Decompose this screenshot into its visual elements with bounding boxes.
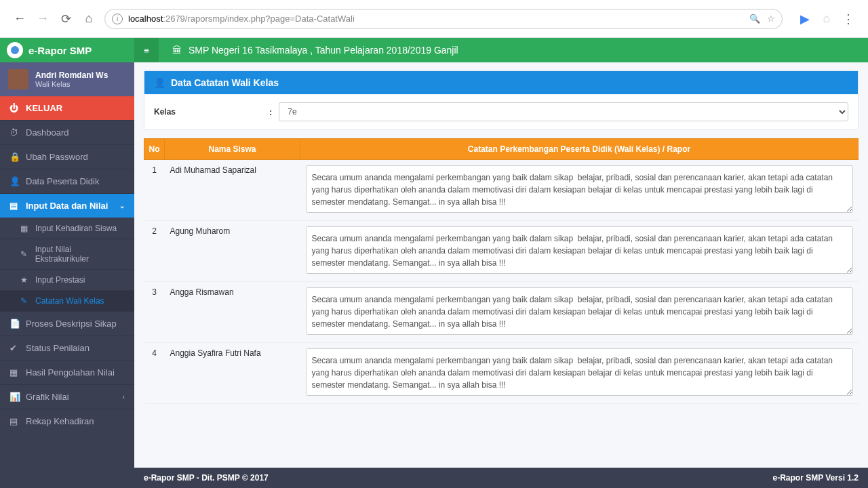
sidebar-item-rekap-kehadiran[interactable]: ▤ Rekap Kehadiran bbox=[0, 409, 134, 433]
user-profile-box[interactable]: Andri Romdani Ws Wali Kelas bbox=[0, 62, 134, 96]
app-top-bar: e-Rapor SMP ≡ 🏛 SMP Negeri 16 Tasikmalay… bbox=[0, 38, 868, 62]
cell-nama-siswa: Agung Muharom bbox=[165, 221, 300, 282]
table-row: 1Adi Muhamad SaparizalSecara umum ananda… bbox=[144, 160, 859, 221]
sidebar-sub-kehadiran[interactable]: ▦ Input Kehadiran Siswa bbox=[0, 218, 134, 239]
catatan-textarea[interactable]: Secara umum ananda mengalami perkembanga… bbox=[306, 287, 853, 335]
sidebar-sub-ekstrakurikuler[interactable]: ✎ Input Nilai Ekstrakurikuler bbox=[0, 239, 134, 269]
table-row: 3Angga RismawanSecara umum ananda mengal… bbox=[144, 282, 859, 343]
list-icon: ▤ bbox=[9, 201, 19, 211]
sidebar-item-grafik-nilai[interactable]: 📊 Grafik Nilai ‹ bbox=[0, 384, 134, 409]
chart-icon: 📊 bbox=[9, 392, 19, 402]
sidebar-item-hasil-pengolahan[interactable]: ▦ Hasil Pengolahan Nilai bbox=[0, 360, 134, 384]
sidebar-toggle-button[interactable]: ≡ bbox=[134, 38, 159, 62]
cell-no: 1 bbox=[144, 160, 165, 221]
cell-nama-siswa: Angga Rismawan bbox=[165, 282, 300, 343]
sidebar-sub-label: Catatan Wali Kelas bbox=[35, 296, 104, 306]
browser-forward-button[interactable]: → bbox=[35, 12, 50, 26]
cell-no: 4 bbox=[144, 343, 165, 404]
site-info-icon[interactable]: i bbox=[112, 14, 123, 24]
sidebar-sub-label: Input Nilai Ekstrakurikuler bbox=[35, 245, 125, 264]
students-table: No Nama Siswa Catatan Perkembangan Peser… bbox=[144, 138, 859, 404]
cell-catatan: Secara umum ananda mengalami perkembanga… bbox=[300, 343, 859, 404]
sidebar-item-proses-deskripsi[interactable]: 📄 Proses Deskripsi Sikap bbox=[0, 311, 134, 336]
catatan-textarea[interactable]: Secara umum ananda mengalami perkembanga… bbox=[306, 348, 853, 396]
document-icon: 📄 bbox=[9, 319, 19, 329]
panel-title: Data Catatan Wali Kelas bbox=[171, 77, 279, 88]
search-icon[interactable]: 🔍 bbox=[749, 14, 760, 24]
url-port: :2679 bbox=[163, 14, 185, 24]
avatar bbox=[8, 69, 28, 89]
sidebar-item-ubah-password[interactable]: 🔒 Ubah Password bbox=[0, 144, 134, 169]
dashboard-icon: ⏱ bbox=[9, 127, 19, 138]
cell-catatan: Secara umum ananda mengalami perkembanga… bbox=[300, 282, 859, 343]
address-bar[interactable]: i localhost:2679/raporsmp/index.php?page… bbox=[104, 9, 783, 29]
cell-catatan: Secara umum ananda mengalami perkembanga… bbox=[300, 221, 859, 282]
brand-area: e-Rapor SMP bbox=[0, 38, 134, 62]
url-host: localhost bbox=[128, 14, 163, 24]
school-header: 🏛 SMP Negeri 16 Tasikmalaya , Tahun Pela… bbox=[159, 45, 458, 56]
url-path: /raporsmp/index.php?page=Data-CatatWali bbox=[185, 14, 355, 24]
catatan-textarea[interactable]: Secara umum ananda mengalami perkembanga… bbox=[306, 165, 853, 213]
user-icon: 👤 bbox=[154, 77, 165, 88]
sidebar-item-label: Data Peserta Didik bbox=[26, 176, 99, 186]
sidebar-item-label: Ubah Password bbox=[26, 152, 88, 162]
browser-back-button[interactable]: ← bbox=[12, 12, 27, 26]
power-icon: ⏻ bbox=[9, 103, 19, 113]
sidebar-item-label: Proses Deskripsi Sikap bbox=[26, 319, 117, 329]
edit-icon: ✎ bbox=[20, 296, 30, 306]
sidebar-item-label: Hasil Pengolahan Nilai bbox=[26, 367, 115, 378]
trophy-icon: ★ bbox=[20, 275, 30, 285]
user-icon: 👤 bbox=[9, 176, 19, 186]
sidebar-item-input-data[interactable]: ▤ Input Data dan Nilai ⌄ bbox=[0, 193, 134, 218]
cell-no: 3 bbox=[144, 282, 165, 343]
sidebar-item-dashboard[interactable]: ⏱ Dashboard bbox=[0, 120, 134, 144]
cell-no: 2 bbox=[144, 221, 165, 282]
th-catatan: Catatan Perkembangan Peserta Didik (Wali… bbox=[300, 139, 859, 160]
filter-colon: : bbox=[269, 107, 272, 117]
bookmark-star-icon[interactable]: ☆ bbox=[767, 14, 775, 24]
extension-home-icon[interactable]: ⌂ bbox=[819, 12, 834, 26]
sidebar-item-status-penilaian[interactable]: ✔ Status Penilaian bbox=[0, 336, 134, 360]
school-header-text: SMP Negeri 16 Tasikmalaya , Tahun Pelaja… bbox=[189, 45, 458, 56]
extension-play-icon[interactable]: ▶ bbox=[797, 12, 812, 26]
browser-menu-button[interactable]: ⋮ bbox=[841, 12, 856, 26]
institution-icon: 🏛 bbox=[172, 45, 182, 56]
browser-home-button[interactable]: ⌂ bbox=[81, 12, 96, 26]
browser-reload-button[interactable]: ⟳ bbox=[58, 12, 73, 26]
brand-title: e-Rapor SMP bbox=[28, 45, 92, 56]
footer-left: e-Rapor SMP - Dit. PSMP © 2017 bbox=[144, 473, 269, 483]
sidebar-item-label: Rekap Kehadiran bbox=[26, 416, 94, 426]
sidebar-item-label: Dashboard bbox=[26, 127, 69, 138]
sidebar-item-data-peserta[interactable]: 👤 Data Peserta Didik bbox=[0, 169, 134, 193]
filter-label-kelas: Kelas bbox=[154, 107, 262, 117]
leaf-icon: ✎ bbox=[20, 249, 30, 259]
sidebar-sub-label: Input Kehadiran Siswa bbox=[35, 224, 117, 233]
sidebar: Andri Romdani Ws Wali Kelas ⏻ KELUAR ⏱ D… bbox=[0, 62, 134, 488]
brand-logo-icon bbox=[7, 42, 23, 58]
user-name: Andri Romdani Ws bbox=[35, 70, 108, 80]
sidebar-sub-label: Input Prestasi bbox=[35, 275, 85, 285]
main-content: 👤 Data Catatan Wali Kelas Kelas : 7e bbox=[134, 62, 868, 488]
table-row: 4Anggia Syafira Futri NafaSecara umum an… bbox=[144, 343, 859, 404]
footer-right: e-Rapor SMP Versi 1.2 bbox=[772, 473, 859, 483]
sidebar-item-label: Input Data dan Nilai bbox=[26, 201, 108, 211]
sidebar-item-label: Grafik Nilai bbox=[26, 392, 69, 402]
table-row: 2Agung MuharomSecara umum ananda mengala… bbox=[144, 221, 859, 282]
app-footer: e-Rapor SMP - Dit. PSMP © 2017 e-Rapor S… bbox=[134, 468, 868, 488]
catatan-textarea[interactable]: Secara umum ananda mengalami perkembanga… bbox=[306, 226, 853, 274]
kelas-select[interactable]: 7e bbox=[279, 102, 848, 121]
user-role: Wali Kelas bbox=[35, 80, 108, 88]
th-nama-siswa: Nama Siswa bbox=[165, 139, 300, 160]
chevron-left-icon: ‹ bbox=[123, 393, 125, 401]
cell-catatan: Secara umum ananda mengalami perkembanga… bbox=[300, 160, 859, 221]
sidebar-item-label: Status Penilaian bbox=[26, 343, 90, 353]
sidebar-sub-prestasi[interactable]: ★ Input Prestasi bbox=[0, 269, 134, 290]
grid-icon: ▦ bbox=[9, 367, 19, 378]
sidebar-sub-catatan-wali[interactable]: ✎ Catatan Wali Kelas bbox=[0, 290, 134, 311]
panel-header: 👤 Data Catatan Wali Kelas bbox=[144, 71, 858, 94]
lock-icon: 🔒 bbox=[9, 152, 19, 162]
panel-catatan-wali: 👤 Data Catatan Wali Kelas Kelas : 7e bbox=[144, 70, 859, 130]
logout-label: KELUAR bbox=[26, 103, 62, 113]
browser-toolbar: ← → ⟳ ⌂ i localhost:2679/raporsmp/index.… bbox=[0, 0, 868, 38]
logout-button[interactable]: ⏻ KELUAR bbox=[0, 96, 134, 120]
